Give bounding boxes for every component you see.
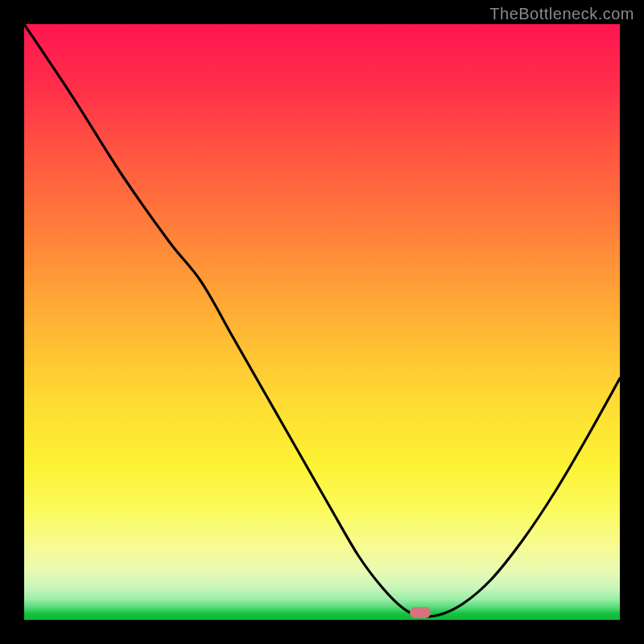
optimal-marker (410, 607, 431, 618)
chart-frame: TheBottleneck.com (0, 0, 644, 644)
plot-area (24, 24, 620, 620)
bottleneck-curve (24, 24, 620, 620)
attribution-text: TheBottleneck.com (489, 5, 634, 23)
